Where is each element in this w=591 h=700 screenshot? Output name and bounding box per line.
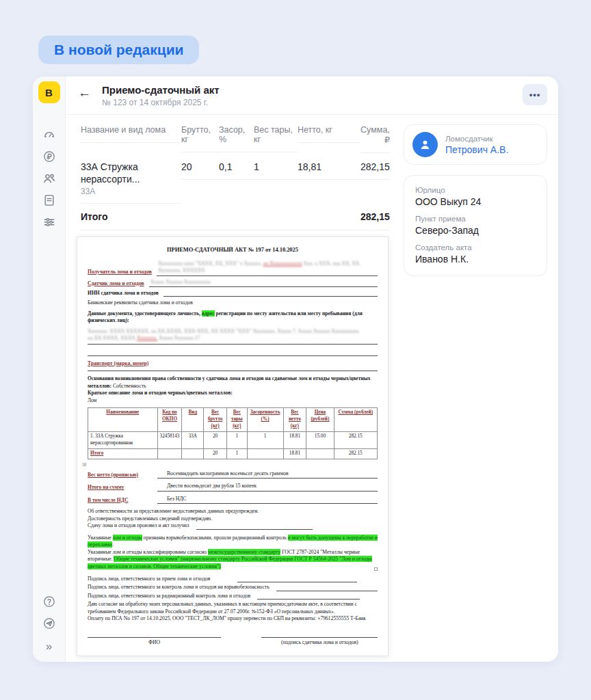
act-creator-label: Создатель акта xyxy=(415,243,536,252)
lot-sum: 282,15 xyxy=(360,153,390,180)
send-telegram-icon[interactable] xyxy=(42,617,56,630)
doc-identity-paragraph: Данные документа, удостоверяющего личнос… xyxy=(88,310,378,325)
deliverer-info: Ломосдатчик Петрович А.В. xyxy=(445,135,508,155)
page-header: ← Приемо-сдаточный акт № 123 от 14 октяб… xyxy=(66,77,558,115)
col-header-gross: Брутто, кг xyxy=(181,115,219,152)
lots-table: Название и вид лома Брутто, кг Засор, % … xyxy=(81,115,389,230)
doc-payment-paragraph: Оплату по ПСА No 197 от 14.10.2025, ООО … xyxy=(88,615,378,622)
page-title: Приемо-сдаточный акт xyxy=(102,84,220,96)
more-actions-button[interactable]: ••• xyxy=(523,84,547,105)
col-header-net: Нетто, кг xyxy=(298,115,360,143)
doc-recipient-redacted: Xxxxxxxxx xxxx "XXXX_XX_XXX" x Xxxxxx, xyxy=(158,260,263,267)
version-badge: В новой редакции xyxy=(38,36,199,64)
doc-resp-line1: Об ответственности за представление недо… xyxy=(88,508,378,515)
doc-safety-paragraph: Указанные лом и отходы признаны взрывобе… xyxy=(88,535,378,549)
reception-point-label: Пункт приема xyxy=(415,215,536,223)
lot-clog: 0,1 xyxy=(219,153,254,180)
doc-bank-line: Банковские реквизиты сдатчика лома и отх… xyxy=(88,299,378,306)
deliverer-name-link[interactable]: Петрович А.В. xyxy=(445,144,508,155)
doc-total-words-value: Двести восемьдесят два рубля 15 копеек xyxy=(157,483,378,491)
doc-resp-line2: Достоверность представленных сведений по… xyxy=(88,515,378,522)
doc-gost-paragraph: Указанные лом и отходы классифицированы … xyxy=(88,549,378,570)
deliverer-label: Ломосдатчик xyxy=(445,135,508,143)
doc-deliverer-redacted: Xxxxx Xxxxxx Xxxxxxxxxx xyxy=(150,279,211,285)
col-header-sum: Сумма, ₽ xyxy=(360,115,390,153)
doc-title: ПРИЕМО-СДАТОЧНЫЙ АКТ № 197 от 14.10.2025 xyxy=(88,246,378,254)
lot-gross: 20 xyxy=(181,153,219,180)
title-block: Приемо-сдаточный акт № 123 от 14 октября… xyxy=(102,84,220,107)
doc-resp-line3: Сдачу лома и отходов произвел и акт полу… xyxy=(88,522,189,529)
doc-total-words-label: Итого на сумму xyxy=(88,484,157,491)
doc-description-value: Лом xyxy=(88,397,378,404)
doc-footer-fio: ФИО xyxy=(88,639,221,646)
table-handle-icon: ⊞ xyxy=(82,461,378,468)
total-label: Итого xyxy=(81,204,360,230)
doc-consent-paragraph: Даю согласие на обработку моих персональ… xyxy=(88,601,378,615)
doc-sign-line3: Подпись лица, ответственного за радиацио… xyxy=(88,593,250,600)
doc-sign-line1: Подпись лица, ответственного за прием ло… xyxy=(88,576,210,582)
app-window: B xyxy=(33,77,558,662)
col-header-name: Название и вид лома xyxy=(81,115,181,143)
doc-checkbox xyxy=(374,567,378,571)
documents-icon[interactable] xyxy=(42,193,56,207)
doc-description-label: Краткое описание лома и отходов черных/ц… xyxy=(88,390,378,396)
doc-net-words-label: Вес нетто (прописью) xyxy=(88,472,157,479)
lot-tare: 1 xyxy=(254,153,298,180)
legal-entity-value: ООО Выкуп 24 xyxy=(415,196,536,207)
page-subtitle: № 123 от 14 октября 2025 г. xyxy=(102,98,220,107)
sidebar-expand-icon[interactable]: » xyxy=(46,640,52,654)
help-icon[interactable] xyxy=(42,595,56,608)
doc-inn-label: ИНН сдатчика лома и отходов xyxy=(88,290,159,297)
lot-code: 33А xyxy=(81,187,181,196)
ruble-payments-icon[interactable] xyxy=(42,150,56,163)
dashboard-gauge-icon[interactable] xyxy=(42,128,56,142)
lot-name: 33А Стружка нерассорти... xyxy=(81,161,181,185)
col-header-clog: Засор, % xyxy=(219,115,254,152)
lot-net: 18,81 xyxy=(298,153,360,180)
avatar xyxy=(412,132,438,157)
highlight-adres: адрес xyxy=(202,310,215,317)
clients-people-icon[interactable] xyxy=(42,172,56,185)
doc-recipient-redacted-link: xx.Xxxxxxxxxxxx xyxy=(263,260,302,267)
doc-passport-redacted: Xxxxxxx: XXXX XXXXXX, xx.XX.XXXX, XXX-XX… xyxy=(88,328,378,342)
doc-ownership: Основания возникновения права собственно… xyxy=(88,375,378,390)
legal-entity-label: Юрлицо xyxy=(415,186,536,194)
sidebar: B xyxy=(33,77,66,662)
doc-recipient-label: Получатель лома и отходов xyxy=(88,269,152,275)
col-header-tare: Вес тары, кг xyxy=(254,115,298,152)
total-sum: 282,15 xyxy=(360,204,390,230)
doc-items-table: НаименованиеКод по ОКПОВид Вес брутто (к… xyxy=(88,407,378,459)
act-creator-value: Иванов Н.К. xyxy=(415,254,536,265)
app-logo[interactable]: B xyxy=(38,81,60,103)
doc-vat-value: Без НДС xyxy=(157,496,378,504)
doc-transport-label: Транспорт (марка, номер) xyxy=(88,360,378,367)
deliverer-card[interactable]: Ломосдатчик Петрович А.В. xyxy=(404,124,547,165)
doc-sign-line2: Подпись лица, ответственного за контроль… xyxy=(88,584,270,591)
reception-point-value: Северо-Запад xyxy=(415,225,536,236)
settings-sliders-icon[interactable] xyxy=(42,215,56,229)
right-panel: Ломосдатчик Петрович А.В. Юрлицо ООО Вык… xyxy=(398,115,558,662)
doc-vat-label: В том числе НДС xyxy=(88,497,157,504)
document-preview: ПРИЕМО-СДАТОЧНЫЙ АКТ № 197 от 14.10.2025… xyxy=(77,237,389,656)
main-column: Название и вид лома Брутто, кг Засор, % … xyxy=(66,115,398,662)
back-button[interactable]: ← xyxy=(78,86,91,99)
doc-deliverer-label: Сдатчик лома и отходов xyxy=(88,280,144,287)
doc-footer-sign: (подпись сдатчика лома и отходов) xyxy=(261,639,378,646)
details-card: Юрлицо ООО Выкуп 24 Пункт приема Северо-… xyxy=(404,175,547,276)
doc-net-words-value: Восемнадцать килограммов восемьсот десят… xyxy=(157,470,378,479)
content-area: ← Приемо-сдаточный акт № 123 от 14 октяб… xyxy=(66,77,558,662)
